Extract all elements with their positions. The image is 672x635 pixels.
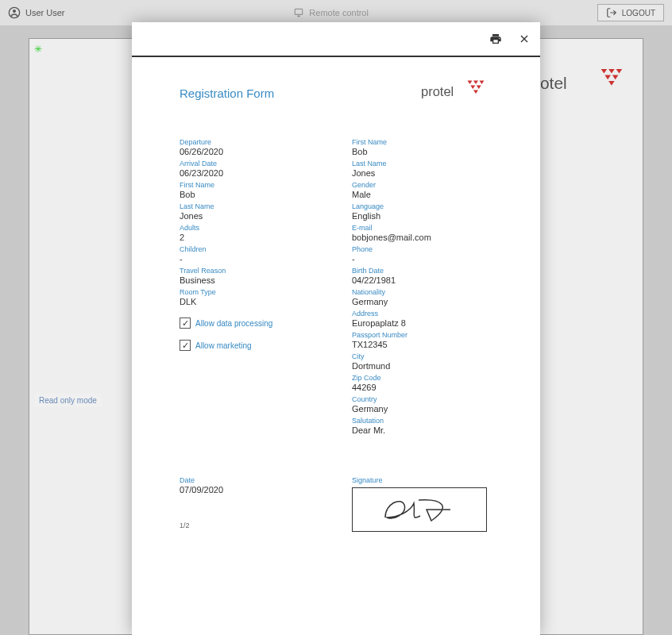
date-value: 07/09/2020 (180, 485, 320, 495)
user-icon (8, 6, 21, 19)
field-value: bobjones@mail.com (352, 233, 492, 242)
user-section[interactable]: User User (8, 6, 65, 19)
checkbox-row[interactable]: ✓Allow data processing (180, 318, 320, 329)
field: Last NameJones (352, 160, 492, 178)
field: SalutationDear Mr. (352, 417, 492, 435)
form-header: Registration Form protel (180, 79, 492, 106)
field-value: Germany (352, 297, 492, 306)
svg-marker-15 (473, 90, 478, 94)
close-icon[interactable] (518, 33, 531, 45)
svg-marker-5 (616, 69, 623, 74)
field-label: Phone (352, 245, 492, 253)
field: Children- (180, 245, 320, 264)
checkbox-icon: ✓ (180, 318, 191, 329)
svg-point-1 (13, 10, 16, 13)
background-logo: rotel (535, 67, 625, 101)
field-value: Germany (352, 404, 492, 414)
field-value: - (352, 254, 492, 264)
field-value: 44269 (352, 383, 492, 392)
remote-icon (293, 7, 304, 18)
read-only-badge: Read only mode (34, 394, 102, 407)
field: First NameBob (180, 181, 320, 199)
field: Adults2 (180, 224, 320, 242)
field-value: Business (180, 275, 320, 285)
logout-icon (606, 7, 617, 18)
field-label: Country (352, 395, 492, 403)
field: AddressEuropaplatz 8 (352, 310, 492, 328)
svg-marker-11 (473, 81, 478, 85)
svg-text:protel: protel (421, 84, 454, 98)
logout-button[interactable]: LOGOUT (597, 4, 664, 21)
registration-modal: Registration Form protel Departure06/26/… (132, 22, 540, 635)
field: GenderMale (352, 181, 492, 199)
field-value: 04/22/1981 (352, 275, 492, 285)
footer-signature-col: Signature (352, 476, 492, 532)
form-footer: Date 07/09/2020 1/2 Signature (180, 476, 492, 532)
field-label: Room Type (180, 288, 320, 296)
right-column: First NameBobLast NameJonesGenderMaleLan… (352, 138, 492, 438)
field: NationalityGermany (352, 288, 492, 306)
field-value: 06/26/2020 (180, 147, 320, 156)
field: Travel ReasonBusiness (180, 267, 320, 285)
print-icon[interactable] (489, 33, 502, 45)
svg-marker-3 (601, 69, 608, 74)
field: Phone- (352, 245, 492, 264)
field-label: Birth Date (352, 267, 492, 275)
field-label: Zip Code (352, 374, 492, 382)
field-label: City (352, 352, 492, 360)
field-value: TX12345 (352, 340, 492, 349)
field-label: Passport Number (352, 331, 492, 339)
svg-marker-6 (604, 75, 611, 80)
field-value: Dortmund (352, 361, 492, 371)
remote-control-label: Remote control (309, 8, 369, 17)
signature-box[interactable] (352, 487, 487, 532)
field-label: Language (352, 202, 492, 210)
protel-logo: protel (421, 79, 492, 106)
svg-marker-4 (608, 69, 615, 74)
checkbox-icon: ✓ (180, 340, 191, 351)
footer-date-col: Date 07/09/2020 1/2 (180, 476, 320, 532)
field-value: 06/23/2020 (180, 168, 320, 178)
field-value: Bob (352, 147, 492, 156)
page-indicator: 1/2 (180, 521, 320, 529)
field-label: First Name (352, 138, 492, 146)
modal-body: Registration Form protel Departure06/26/… (132, 57, 540, 548)
svg-marker-10 (468, 81, 473, 85)
field-label: E-mail (352, 224, 492, 232)
field-value: Europaplatz 8 (352, 318, 492, 328)
field: Last NameJones (180, 202, 320, 221)
field-value: Jones (352, 168, 492, 178)
field-label: Arrival Date (180, 160, 320, 167)
svg-marker-8 (608, 81, 615, 86)
logout-label: LOGOUT (622, 9, 655, 17)
field-label: Travel Reason (180, 267, 320, 275)
field-label: Last Name (352, 160, 492, 167)
svg-marker-12 (480, 81, 485, 85)
field: CountryGermany (352, 395, 492, 414)
left-column: Departure06/26/2020Arrival Date06/23/202… (180, 138, 320, 438)
svg-marker-14 (477, 86, 481, 90)
field: CityDortmund (352, 352, 492, 371)
checkbox-label: Allow marketing (195, 341, 252, 350)
signature-icon (376, 492, 463, 527)
form-title: Registration Form (180, 87, 274, 100)
user-label: User User (25, 8, 65, 17)
field-value: English (352, 211, 492, 221)
field: Room TypeDLK (180, 288, 320, 306)
field: Departure06/26/2020 (180, 138, 320, 156)
modal-header (132, 22, 540, 57)
field-label: Nationality (352, 288, 492, 296)
field-label: Departure (180, 138, 320, 146)
checkbox-row[interactable]: ✓Allow marketing (180, 340, 320, 351)
remote-control-section: Remote control (293, 7, 369, 18)
field-value: DLK (180, 297, 320, 306)
checkbox-label: Allow data processing (195, 319, 272, 328)
svg-marker-13 (470, 86, 475, 90)
field-label: Address (352, 310, 492, 318)
field-value: Dear Mr. (352, 425, 492, 435)
field-label: Last Name (180, 202, 320, 210)
field-label: Salutation (352, 417, 492, 425)
signature-label: Signature (352, 476, 492, 484)
date-label: Date (180, 476, 320, 484)
field-label: First Name (180, 181, 320, 189)
